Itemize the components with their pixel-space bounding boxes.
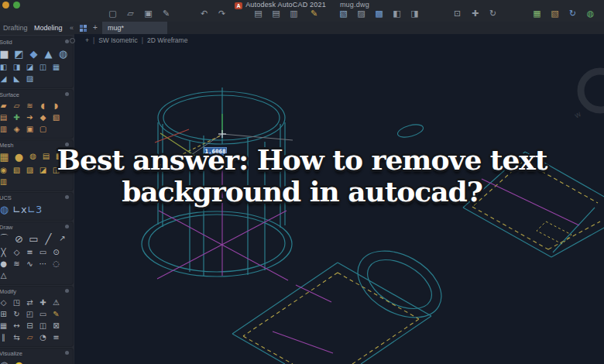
draw-tool-icon[interactable]: ▭ xyxy=(27,233,40,246)
section-options-icon[interactable] xyxy=(65,289,69,293)
modify-tool-icon[interactable]: ◫ xyxy=(37,321,49,331)
render-icon[interactable]: ▦ xyxy=(531,9,543,19)
modify-tool-icon[interactable]: ◰ xyxy=(24,309,36,319)
modify-tool-icon[interactable]: ✚ xyxy=(37,297,49,307)
save-as-icon[interactable]: ✎ xyxy=(160,9,172,19)
solid-tool-icon[interactable]: ■ xyxy=(0,48,11,60)
surface-tool-icon[interactable]: ◗ xyxy=(50,101,62,111)
solid-tool-icon[interactable]: ◢ xyxy=(0,74,9,84)
match-properties-icon[interactable]: ▧ xyxy=(338,9,349,19)
edit-drawing-icon[interactable]: ✎ xyxy=(308,9,320,19)
solid-tool-icon[interactable]: ◍ xyxy=(57,48,70,60)
insert-block-icon[interactable]: ◧ xyxy=(391,9,403,19)
draw-tool-icon[interactable]: ▭ xyxy=(37,247,49,257)
plot-preview-icon[interactable]: ▥ xyxy=(288,9,300,19)
modify-tool-icon[interactable]: ▱ xyxy=(24,332,36,342)
modify-tool-icon[interactable]: ⊠ xyxy=(50,321,62,331)
modify-tool-icon[interactable]: ▦ xyxy=(0,321,9,331)
modify-tool-icon[interactable]: ◔ xyxy=(37,332,49,342)
batch-plot-icon[interactable]: ▤ xyxy=(270,9,282,19)
solid-tool-icon[interactable]: ◪ xyxy=(24,62,36,72)
save-icon[interactable]: ▣ xyxy=(142,9,154,19)
palette-section-header[interactable]: Surface xyxy=(0,90,73,99)
surface-tool-icon[interactable]: ▱ xyxy=(11,101,22,111)
section-options-icon[interactable] xyxy=(65,92,69,96)
modify-tool-icon[interactable]: ⚠ xyxy=(50,297,62,307)
redo-icon[interactable]: ↷ xyxy=(216,9,228,19)
surface-tool-icon[interactable]: ▥ xyxy=(0,124,9,134)
draw-tool-icon[interactable]: ◇ xyxy=(11,247,22,257)
paste-icon[interactable]: ▩ xyxy=(373,9,385,19)
undo-icon[interactable]: ↶ xyxy=(198,9,210,19)
viewport-style-menu[interactable]: 2D Wireframe xyxy=(147,36,187,44)
section-options-icon[interactable] xyxy=(65,225,69,228)
draw-tool-icon[interactable]: ≡ xyxy=(24,247,36,257)
section-options-icon[interactable] xyxy=(65,351,69,355)
solid-tool-icon[interactable]: ▨ xyxy=(24,74,36,84)
surface-tool-icon[interactable]: ✚ xyxy=(11,112,22,122)
viewport-dot-icon[interactable] xyxy=(70,38,75,43)
materials-icon[interactable]: ▧ xyxy=(549,9,561,19)
update-fields-icon[interactable]: ↻ xyxy=(567,9,578,19)
surface-tool-icon[interactable]: ◆ xyxy=(37,112,49,122)
solid-tool-icon[interactable]: ◣ xyxy=(11,74,22,84)
solid-tool-icon[interactable]: ◫ xyxy=(37,62,49,72)
modify-tool-icon[interactable]: ∥ xyxy=(0,332,9,342)
modify-tool-icon[interactable]: ⊞ xyxy=(0,309,9,319)
modify-tool-icon[interactable]: ◇ xyxy=(0,297,9,307)
surface-tool-icon[interactable]: ▧ xyxy=(50,112,62,122)
modify-tool-icon[interactable]: ▭ xyxy=(37,309,49,319)
external-reference-icon[interactable]: ◨ xyxy=(409,9,420,19)
modify-tool-icon[interactable]: ✎ xyxy=(50,309,62,319)
tab-drafting[interactable]: Drafting xyxy=(3,22,28,35)
palette-section-header[interactable]: Modify xyxy=(0,287,73,296)
solid-tool-icon[interactable]: ▲ xyxy=(42,48,55,60)
draw-tool-icon[interactable]: ╱ xyxy=(42,233,55,246)
surface-tool-icon[interactable]: ▰ xyxy=(0,101,9,111)
draw-tool-icon[interactable]: ╳ xyxy=(0,247,9,257)
surface-tool-icon[interactable]: ◈ xyxy=(11,124,22,134)
draw-tool-icon[interactable]: ↗ xyxy=(57,233,68,243)
file-tab-mug[interactable]: mug* xyxy=(102,22,167,35)
print-icon[interactable]: ▤ xyxy=(252,9,264,19)
new-file-icon[interactable]: ▢ xyxy=(107,9,118,19)
surface-tool-icon[interactable]: ▤ xyxy=(0,112,9,122)
solid-tool-icon[interactable]: ◧ xyxy=(0,62,9,72)
surface-tool-icon[interactable]: ◖ xyxy=(37,101,49,111)
section-options-icon[interactable] xyxy=(65,39,69,43)
visualize-tool-icon[interactable]: ◍ xyxy=(0,359,11,364)
sync-icon[interactable]: ◍ xyxy=(585,9,596,19)
palette-section-header[interactable]: Solid xyxy=(0,37,73,46)
draw-tool-icon[interactable]: ⋯ xyxy=(37,259,49,269)
visualize-tool-icon[interactable]: ● xyxy=(12,359,26,364)
draw-tool-icon[interactable]: ⊘ xyxy=(12,233,26,246)
solid-tool-icon[interactable]: ◆ xyxy=(27,48,40,60)
draw-tool-icon[interactable]: ⊙ xyxy=(50,247,62,257)
surface-tool-icon[interactable]: ≋ xyxy=(24,101,36,111)
pan-icon[interactable]: ✚ xyxy=(469,9,481,19)
new-drawing-tab-button[interactable]: + xyxy=(93,22,98,35)
draw-tool-icon[interactable]: ● xyxy=(0,259,9,269)
palette-section-header[interactable]: Draw xyxy=(0,222,73,232)
modify-tool-icon[interactable]: ⇄ xyxy=(24,297,36,307)
modify-tool-icon[interactable]: ⊟ xyxy=(24,321,36,331)
palette-section-header[interactable]: Visualize xyxy=(0,349,73,358)
draw-tool-icon[interactable]: ∿ xyxy=(24,259,36,269)
modify-tool-icon[interactable]: ⇆ xyxy=(11,332,22,342)
surface-tool-icon[interactable]: ▣ xyxy=(24,124,36,134)
draw-tool-icon[interactable]: △ xyxy=(0,270,9,280)
solid-tool-icon[interactable]: ▦ xyxy=(50,62,62,72)
draw-tool-icon[interactable]: ⌒ xyxy=(0,233,11,246)
surface-tool-icon[interactable]: ▢ xyxy=(37,124,49,134)
orbit-icon[interactable]: ↻ xyxy=(487,9,499,19)
modify-tool-icon[interactable]: ↻ xyxy=(11,309,22,319)
zoom-window-icon[interactable]: ⊡ xyxy=(451,9,463,19)
viewport-view-menu[interactable]: SW Isometric xyxy=(98,36,138,44)
layout-grid-icon[interactable] xyxy=(80,25,87,32)
modify-tool-icon[interactable]: ↔ xyxy=(11,321,22,331)
draw-tool-icon[interactable]: ≋ xyxy=(11,259,22,269)
draw-tool-icon[interactable]: ◌ xyxy=(50,259,62,269)
open-folder-icon[interactable]: ▱ xyxy=(125,9,136,19)
copy-clip-icon[interactable]: ▨ xyxy=(355,9,367,19)
viewport-control-button[interactable]: + xyxy=(85,36,89,44)
